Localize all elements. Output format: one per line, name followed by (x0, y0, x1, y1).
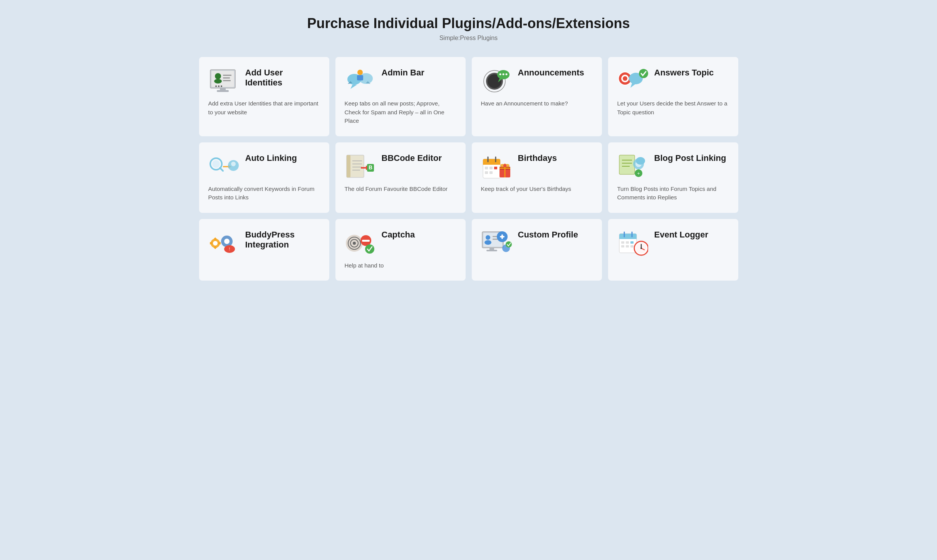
svg-rect-117 (626, 245, 629, 247)
plugin-name: Announcements (518, 68, 584, 78)
svg-marker-29 (630, 83, 637, 88)
plugin-card-birthdays[interactable]: BirthdaysKeep track of your User's Birth… (472, 142, 602, 213)
plugin-card-auto-linking[interactable]: Auto LinkingAutomatically convert Keywor… (199, 142, 329, 213)
plugin-name: Custom Profile (518, 230, 578, 240)
svg-rect-7 (223, 77, 230, 79)
svg-point-123 (640, 247, 642, 249)
plugin-name: Admin Bar (382, 68, 424, 78)
svg-rect-54 (489, 167, 493, 169)
svg-point-9 (215, 85, 217, 87)
plugin-card-header: Answers Topic (617, 68, 729, 95)
svg-rect-105 (501, 234, 503, 239)
plugin-card-header: B BBCode Editor (345, 153, 456, 180)
svg-point-23 (502, 74, 504, 75)
svg-point-97 (486, 235, 490, 240)
plugin-card-header: Event Logger (617, 230, 729, 257)
svg-rect-39 (347, 155, 350, 177)
auto-linking-icon (208, 153, 239, 180)
plugin-name: Add User Identities (245, 68, 320, 88)
plugin-card-header: ! BuddyPress Integration (208, 230, 320, 257)
plugin-name: BBCode Editor (382, 153, 442, 163)
svg-rect-116 (621, 245, 624, 247)
svg-rect-8 (223, 80, 231, 81)
plugin-card-header: Announcements (481, 68, 593, 95)
plugin-description: Add extra User Identities that are impor… (208, 99, 320, 117)
plugin-name: Auto Linking (245, 153, 297, 163)
svg-rect-110 (619, 236, 637, 239)
svg-point-15 (357, 70, 363, 75)
svg-rect-115 (630, 241, 634, 244)
custom-profile-icon (481, 230, 512, 257)
svg-text:B: B (368, 164, 372, 171)
plugin-description: Let your Users decide the best Answer to… (617, 99, 729, 117)
plugin-description: Have an Announcement to make? (481, 99, 593, 108)
svg-point-30 (639, 69, 648, 78)
plugin-card-buddypress-integration[interactable]: ! BuddyPress Integration (199, 219, 329, 281)
plugin-name: Blog Post Linking (654, 153, 726, 163)
plugin-card-blog-post-linking[interactable]: + Blog Post LinkingTurn Blog Posts into … (608, 142, 738, 213)
svg-point-5 (214, 79, 222, 84)
svg-rect-101 (489, 248, 494, 250)
plugin-card-header: Admin Bar (345, 68, 456, 95)
svg-rect-56 (485, 171, 488, 174)
svg-point-4 (215, 73, 221, 79)
blog-post-linking-icon: + (617, 153, 648, 180)
svg-point-73 (636, 157, 645, 165)
announcements-icon (481, 68, 512, 95)
svg-point-94 (365, 244, 374, 254)
svg-point-85 (224, 239, 230, 244)
plugins-grid: Add User IdentitiesAdd extra User Identi… (199, 57, 738, 281)
admin-bar-icon (345, 68, 375, 95)
svg-rect-114 (626, 241, 629, 244)
svg-point-107 (506, 241, 512, 247)
plugin-card-header: Birthdays (481, 153, 593, 180)
plugin-description: Keep track of your User's Birthdays (481, 185, 593, 194)
svg-text:!: ! (229, 247, 230, 251)
plugin-card-answers-topic[interactable]: Answers TopicLet your Users decide the b… (608, 57, 738, 136)
svg-rect-55 (494, 167, 497, 169)
svg-rect-113 (621, 241, 624, 244)
captcha-icon (345, 230, 375, 257)
plugin-card-header: Custom Profile (481, 230, 593, 257)
plugin-name: Event Logger (654, 230, 709, 240)
plugin-card-add-user-identities[interactable]: Add User IdentitiesAdd extra User Identi… (199, 57, 329, 136)
svg-point-98 (484, 240, 491, 245)
add-user-identities-icon (208, 68, 239, 95)
svg-line-33 (220, 168, 223, 171)
plugin-name: BuddyPress Integration (245, 230, 320, 250)
plugin-card-header: Add User Identities (208, 68, 320, 95)
plugin-name: Birthdays (518, 153, 557, 163)
plugin-description: Automatically convert Keywords in Forum … (208, 185, 320, 202)
plugin-card-header: Captcha (345, 230, 456, 257)
svg-rect-3 (217, 90, 229, 92)
plugin-card-event-logger[interactable]: Event Logger (608, 219, 738, 281)
plugin-description: Turn Blog Posts into Forum Topics and Co… (617, 185, 729, 202)
svg-rect-82 (210, 242, 212, 244)
plugin-card-admin-bar[interactable]: Admin BarKeep tabs on all new posts; App… (335, 57, 466, 136)
plugin-card-header: Auto Linking (208, 153, 320, 180)
svg-point-75 (213, 241, 218, 246)
svg-point-32 (212, 160, 220, 168)
svg-rect-65 (619, 155, 635, 174)
plugin-description: The old Forum Favourite BBCode Editor (345, 185, 456, 194)
birthdays-icon (481, 153, 512, 180)
plugin-description: Keep tabs on all new posts; Approve, Che… (345, 99, 456, 125)
svg-point-24 (505, 74, 507, 75)
svg-point-27 (623, 76, 627, 81)
plugin-card-announcements[interactable]: AnnouncementsHave an Announcement to mak… (472, 57, 602, 136)
plugin-name: Captcha (382, 230, 415, 240)
plugin-card-custom-profile[interactable]: Custom Profile (472, 219, 602, 281)
svg-rect-93 (362, 240, 370, 242)
plugin-card-bbcode-editor[interactable]: B BBCode EditorThe old Forum Favourite B… (335, 142, 466, 213)
plugin-card-header: + Blog Post Linking (617, 153, 729, 180)
svg-text:+: + (637, 171, 640, 176)
plugin-card-captcha[interactable]: CaptchaHelp at hand to (335, 219, 466, 281)
svg-point-11 (221, 85, 222, 87)
svg-rect-1 (211, 71, 234, 87)
svg-point-22 (499, 74, 501, 75)
svg-point-91 (353, 242, 356, 245)
event-logger-icon (617, 230, 648, 257)
plugin-name: Answers Topic (654, 68, 714, 78)
bbcode-editor-icon: B (345, 153, 375, 180)
svg-rect-100 (493, 239, 498, 240)
